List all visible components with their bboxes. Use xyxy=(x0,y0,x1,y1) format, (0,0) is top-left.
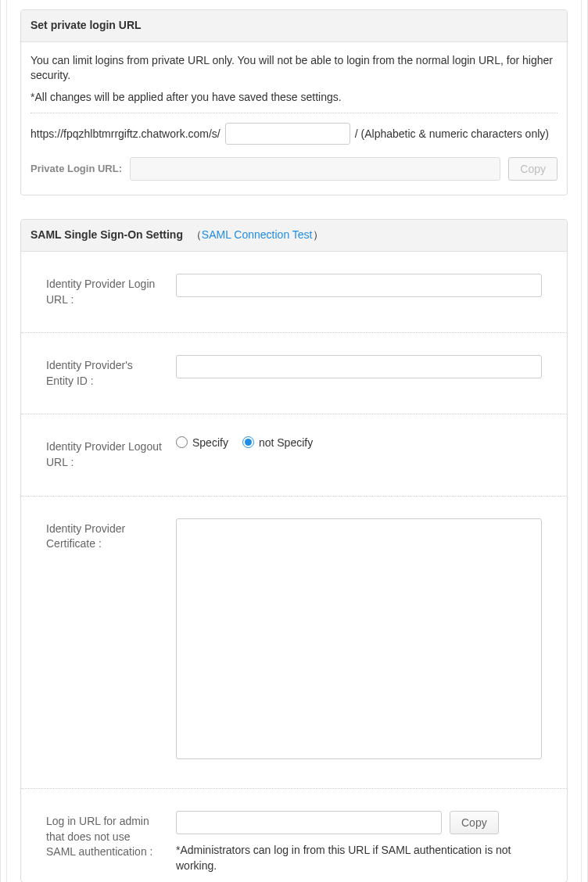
logout-not-specify-label: not Specify xyxy=(259,437,313,448)
idp-certificate-row: Identity Provider Certificate : xyxy=(21,497,567,790)
saml-link-group: （SAML Connection Test） xyxy=(191,228,324,241)
idp-logout-url-label: Identity Provider Logout URL : xyxy=(46,436,162,470)
idp-logout-url-row: Identity Provider Logout URL : Specify n… xyxy=(21,414,567,496)
private-url-slug-input[interactable] xyxy=(225,123,350,145)
private-login-url-row: Private Login URL: Copy xyxy=(30,157,558,181)
private-login-panel-body: You can limit logins from private URL on… xyxy=(21,42,567,195)
copy-private-url-button[interactable]: Copy xyxy=(508,157,558,181)
admin-login-url-help: *Administrators can log in from this URL… xyxy=(176,842,542,874)
page: Set private login URL You can limit logi… xyxy=(0,0,588,882)
logout-not-specify-radio[interactable] xyxy=(242,436,254,448)
private-url-prefix: https://fpqzhlbtmrrgiftz.chatwork.com/s/ xyxy=(30,127,220,142)
admin-login-url-label: Log in URL for admin that does not use S… xyxy=(46,811,162,874)
private-login-url-label: Private Login URL: xyxy=(30,162,122,176)
logout-not-specify-option[interactable]: not Specify xyxy=(242,436,313,448)
private-login-panel-title: Set private login URL xyxy=(21,10,567,42)
idp-certificate-label: Identity Provider Certificate : xyxy=(46,518,162,764)
idp-entity-id-control xyxy=(176,355,542,389)
private-url-line: https://fpqzhlbtmrrgiftz.chatwork.com/s/… xyxy=(30,123,558,145)
saml-sso-panel: SAML Single Sign-On Setting （SAML Connec… xyxy=(20,219,568,882)
saml-panel-head: SAML Single Sign-On Setting （SAML Connec… xyxy=(21,220,567,252)
copy-admin-url-button[interactable]: Copy xyxy=(450,811,499,834)
paren-open: （ xyxy=(191,228,202,241)
inner-content: Set private login URL You can limit logi… xyxy=(1,0,587,882)
private-login-description: You can limit logins from private URL on… xyxy=(30,53,558,84)
idp-login-url-label: Identity Provider Login URL : xyxy=(46,274,162,307)
idp-login-url-input[interactable] xyxy=(176,274,542,297)
admin-login-url-control: Copy *Administrators can log in from thi… xyxy=(176,811,542,874)
saml-connection-test-link[interactable]: SAML Connection Test xyxy=(202,228,313,241)
private-login-url-display[interactable] xyxy=(130,157,500,181)
paren-close: ） xyxy=(313,228,324,241)
logout-specify-radio[interactable] xyxy=(176,436,188,448)
idp-entity-id-input[interactable] xyxy=(176,355,542,378)
private-login-panel: Set private login URL You can limit logi… xyxy=(20,9,568,195)
idp-certificate-control xyxy=(176,518,542,764)
idp-entity-id-row: Identity Provider's Entity ID : xyxy=(21,333,567,414)
idp-login-url-control xyxy=(176,274,542,307)
idp-login-url-row: Identity Provider Login URL : xyxy=(21,252,567,333)
admin-login-url-copy-group: Copy xyxy=(176,811,542,834)
private-login-note: *All changes will be applied after you h… xyxy=(30,90,558,106)
admin-login-url-row: Log in URL for admin that does not use S… xyxy=(21,789,567,882)
private-url-suffix: / (Alphabetic & numeric characters only) xyxy=(355,127,549,142)
idp-certificate-textarea[interactable] xyxy=(176,518,542,759)
divider xyxy=(30,113,558,113)
logout-specify-option[interactable]: Specify xyxy=(176,436,228,448)
admin-login-url-input[interactable] xyxy=(176,811,442,834)
saml-panel-title: SAML Single Sign-On Setting xyxy=(30,228,183,241)
idp-entity-id-label: Identity Provider's Entity ID : xyxy=(46,355,162,389)
logout-url-radio-group: Specify not Specify xyxy=(176,436,542,448)
saml-panel-body: Identity Provider Login URL : Identity P… xyxy=(21,252,567,882)
idp-logout-url-control: Specify not Specify xyxy=(176,436,542,470)
logout-specify-label: Specify xyxy=(192,437,228,448)
